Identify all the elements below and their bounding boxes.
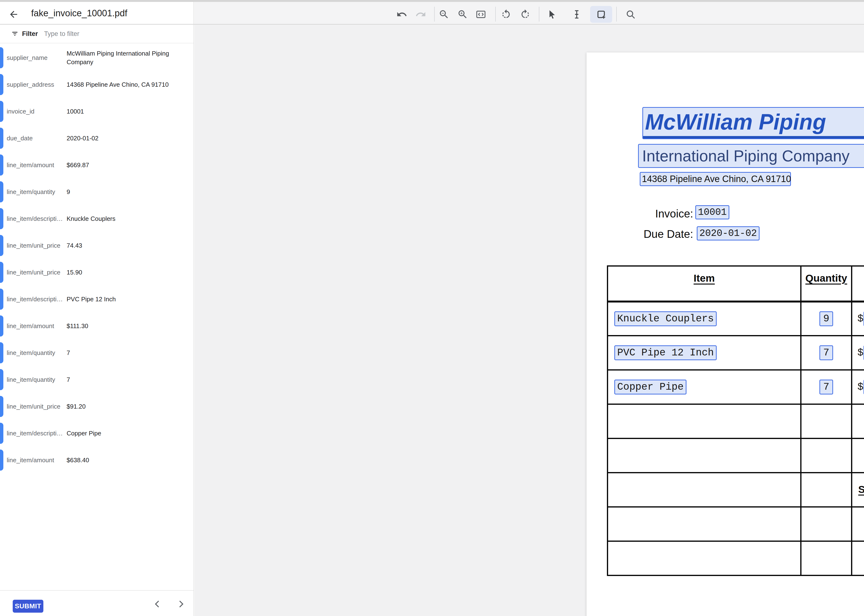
search-button[interactable] bbox=[622, 6, 639, 23]
table-summary-row: Subtotal $1,419.57 bbox=[607, 473, 864, 507]
field-row-line-item-unit-price[interactable]: line_item/unit_price15.90 bbox=[0, 259, 194, 286]
field-value: 14368 Pipeline Ave Chino, CA 91710 bbox=[67, 80, 189, 89]
zoom-in-button[interactable] bbox=[454, 6, 471, 23]
field-row-line-item-unit-price[interactable]: line_item/unit_price74.43 bbox=[0, 232, 194, 259]
annotation-invoice-id[interactable]: 10001 bbox=[695, 205, 729, 219]
field-accent-bar bbox=[0, 154, 3, 176]
field-row-line-item-unit-price[interactable]: line_item/unit_price$91.20 bbox=[0, 393, 194, 420]
annotation-line-item-quantity[interactable]: 7 bbox=[820, 346, 833, 360]
field-row-supplier-name[interactable]: supplier_nameMcWilliam Piping Internatio… bbox=[0, 44, 194, 71]
field-value: Copper Pipe bbox=[67, 429, 189, 438]
annotation-supplier-name-subtitle[interactable]: International Piping Company bbox=[638, 144, 864, 168]
field-row-line-item-description[interactable]: line_item/descripti…PVC Pipe 12 Inch bbox=[0, 286, 194, 313]
filter-label: Filter bbox=[22, 30, 38, 38]
toolbar-divider bbox=[539, 7, 539, 22]
annotation-line-item-description[interactable]: PVC Pipe 12 Inch bbox=[614, 346, 717, 360]
field-accent-bar bbox=[0, 128, 3, 149]
annotation-due-date[interactable]: 2020-01-02 bbox=[697, 226, 760, 240]
field-row-line-item-quantity[interactable]: line_item/quantity7 bbox=[0, 366, 194, 393]
field-row-line-item-amount[interactable]: line_item/amount$111.30 bbox=[0, 313, 194, 339]
table-summary-row: Total $1,533.14 bbox=[607, 541, 864, 575]
field-accent-bar bbox=[0, 449, 3, 471]
field-value: Knuckle Couplers bbox=[67, 214, 189, 223]
field-value: 74.43 bbox=[67, 241, 189, 250]
table-empty-row bbox=[607, 404, 864, 438]
select-cursor-icon bbox=[546, 9, 557, 20]
invoice-table: Item Quantity Price Cost Knuckle Coupler… bbox=[607, 266, 864, 576]
table-summary-row: Tax $113.57 bbox=[607, 507, 864, 541]
chevron-left-icon bbox=[153, 599, 162, 609]
field-row-line-item-quantity[interactable]: line_item/quantity9 bbox=[0, 178, 194, 205]
document-viewer: McWilliam Piping International Piping Co… bbox=[195, 25, 864, 616]
field-value: $669.87 bbox=[67, 161, 189, 169]
field-value: $638.40 bbox=[67, 456, 189, 464]
field-row-line-item-quantity[interactable]: line_item/quantity7 bbox=[0, 339, 194, 366]
annotation-supplier-address[interactable]: 14368 Pipeline Ave Chino, CA 91710 bbox=[640, 172, 791, 186]
annotation-line-item-description[interactable]: Knuckle Couplers bbox=[614, 311, 717, 326]
zoom-in-icon bbox=[457, 9, 468, 20]
field-label: line_item/descripti… bbox=[7, 295, 66, 303]
previous-page-button[interactable] bbox=[153, 599, 162, 609]
redo-button[interactable] bbox=[412, 6, 430, 23]
field-label: line_item/unit_price bbox=[7, 242, 66, 249]
fit-width-button[interactable] bbox=[472, 6, 489, 23]
annotation-supplier-name-title[interactable]: McWilliam Piping bbox=[642, 107, 864, 139]
rotate-right-icon bbox=[520, 9, 531, 20]
box-select-button[interactable] bbox=[593, 6, 610, 23]
field-accent-bar bbox=[0, 369, 3, 390]
field-label: line_item/amount bbox=[7, 456, 66, 464]
field-label: line_item/descripti… bbox=[7, 430, 66, 437]
field-value: 7 bbox=[67, 349, 189, 357]
search-icon bbox=[625, 9, 636, 20]
fit-width-icon bbox=[475, 9, 486, 20]
submit-button[interactable]: SUBMIT bbox=[13, 600, 43, 613]
app-window: fake_invoice_10001.pdf bbox=[0, 0, 864, 616]
rotate-left-icon bbox=[500, 9, 511, 20]
field-accent-bar bbox=[0, 74, 3, 95]
zoom-out-button[interactable] bbox=[435, 6, 453, 23]
field-accent-bar bbox=[0, 262, 3, 283]
field-row-invoice-id[interactable]: invoice_id10001 bbox=[0, 98, 194, 125]
field-row-due-date[interactable]: due_date2020-01-02 bbox=[0, 125, 194, 152]
table-empty-row bbox=[607, 438, 864, 473]
file-title: fake_invoice_10001.pdf bbox=[31, 2, 127, 24]
field-accent-bar bbox=[0, 181, 3, 203]
filter-input[interactable]: Type to filter bbox=[44, 30, 194, 38]
table-row: Knuckle Couplers 9 $74.43 $669.87 bbox=[607, 302, 864, 336]
undo-button[interactable] bbox=[393, 6, 411, 23]
back-button[interactable] bbox=[8, 9, 19, 20]
currency-symbol: $ bbox=[857, 381, 863, 393]
next-page-button[interactable] bbox=[176, 599, 186, 609]
field-label: due_date bbox=[7, 135, 66, 142]
field-value: 7 bbox=[67, 375, 189, 384]
rotate-right-button[interactable] bbox=[516, 6, 534, 23]
field-accent-bar bbox=[0, 47, 3, 68]
annotation-line-item-quantity[interactable]: 7 bbox=[820, 380, 833, 394]
fields-sidebar: Filter Type to filter supplier_nameMcWil… bbox=[0, 25, 194, 616]
filter-icon bbox=[11, 30, 19, 38]
field-row-line-item-description[interactable]: line_item/descripti…Copper Pipe bbox=[0, 420, 194, 447]
select-cursor-button[interactable] bbox=[543, 6, 560, 23]
field-accent-bar bbox=[0, 235, 3, 256]
text-select-icon bbox=[571, 9, 582, 20]
back-arrow-icon bbox=[8, 9, 19, 20]
field-accent-bar bbox=[0, 316, 3, 336]
rotate-left-button[interactable] bbox=[497, 6, 515, 23]
text-select-button[interactable] bbox=[568, 6, 585, 23]
undo-icon bbox=[396, 9, 407, 20]
field-row-line-item-amount[interactable]: line_item/amount$669.87 bbox=[0, 152, 194, 178]
table-row: Copper Pipe 7 $91.20 $638.40 bbox=[607, 370, 864, 404]
field-accent-bar bbox=[0, 208, 3, 229]
column-header-price: Price bbox=[852, 266, 864, 302]
annotation-line-item-quantity[interactable]: 9 bbox=[820, 311, 833, 326]
field-value: $111.30 bbox=[67, 322, 189, 330]
field-accent-bar bbox=[0, 342, 3, 363]
toolbar-divider bbox=[616, 7, 617, 22]
column-header-item: Item bbox=[607, 266, 801, 302]
field-row-line-item-amount[interactable]: line_item/amount$638.40 bbox=[0, 447, 194, 473]
field-label: line_item/amount bbox=[7, 162, 66, 169]
field-row-line-item-description[interactable]: line_item/descripti…Knuckle Couplers bbox=[0, 205, 194, 232]
field-accent-bar bbox=[0, 396, 3, 417]
field-row-supplier-address[interactable]: supplier_address14368 Pipeline Ave Chino… bbox=[0, 71, 194, 98]
annotation-line-item-description[interactable]: Copper Pipe bbox=[614, 380, 686, 394]
